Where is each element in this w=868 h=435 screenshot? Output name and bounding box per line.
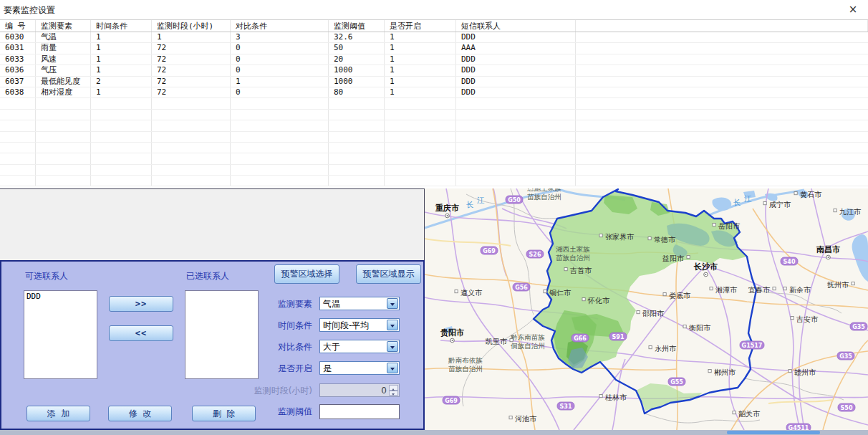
column-header: 短信联系人 <box>456 20 576 32</box>
city-label: 张家界市 <box>599 233 635 241</box>
table-row[interactable] <box>0 165 868 176</box>
svg-text:河池市: 河池市 <box>515 415 537 423</box>
table-row[interactable] <box>0 176 868 186</box>
delete-button[interactable]: 删 除 <box>192 406 256 421</box>
period-spinner[interactable]: 0 <box>319 383 400 397</box>
table-cell <box>329 120 385 130</box>
table-cell: 1 <box>231 77 329 87</box>
warning-area-select-button[interactable]: 预警区域选择 <box>274 264 339 284</box>
chevron-down-icon[interactable] <box>387 341 398 352</box>
svg-text:郴州市: 郴州市 <box>714 368 736 376</box>
table-row[interactable] <box>0 143 868 153</box>
close-icon[interactable]: × <box>845 2 861 16</box>
table-cell <box>576 176 868 186</box>
table-cell: 相对湿度 <box>36 87 91 97</box>
modify-button[interactable]: 修 改 <box>108 406 172 421</box>
table-row[interactable]: 6038相对湿度1720801DDD <box>0 87 868 98</box>
table-cell <box>231 120 329 130</box>
svg-text:凯里市: 凯里市 <box>486 338 508 345</box>
table-cell: 气温 <box>36 32 91 42</box>
table-cell: 2 <box>91 77 152 87</box>
table-row[interactable] <box>0 120 868 131</box>
spin-up-icon[interactable] <box>389 385 398 391</box>
table-cell: 1 <box>91 43 152 53</box>
table-cell: 1 <box>91 32 152 42</box>
table-cell <box>576 153 868 163</box>
enabled-combobox[interactable]: 是 <box>319 361 400 375</box>
svg-text:苗族自治州: 苗族自治州 <box>527 193 561 201</box>
chevron-down-icon[interactable] <box>387 320 398 330</box>
move-left-button[interactable]: << <box>109 325 173 341</box>
road-badge: G35 <box>850 322 867 330</box>
spinner-arrows[interactable] <box>389 385 398 396</box>
svg-text:邵阳市: 邵阳市 <box>642 310 665 317</box>
svg-text:S40: S40 <box>783 259 796 265</box>
table-cell: 1 <box>385 77 456 87</box>
table-row[interactable]: 6033风速1720201DDD <box>0 54 868 65</box>
svg-text:G50: G50 <box>508 197 521 204</box>
road-badge: S40 <box>781 257 798 265</box>
table-cell <box>0 143 36 153</box>
area-label: 恩施土家族苗族自治州 <box>526 188 561 201</box>
table-row[interactable] <box>0 98 868 109</box>
chevron-down-icon[interactable] <box>387 363 398 373</box>
table-row[interactable]: 6030气温11332.61DDD <box>0 32 868 43</box>
table-cell: 1 <box>385 32 456 42</box>
table-row[interactable] <box>0 132 868 143</box>
river-label: 江 <box>477 196 485 204</box>
table-cell: DDD <box>456 54 576 64</box>
move-right-button[interactable]: >> <box>109 296 173 312</box>
column-header: 时间条件 <box>91 20 152 32</box>
svg-text:赣州市: 赣州市 <box>794 368 816 376</box>
warning-area-display-button[interactable]: 预警区域显示 <box>356 264 421 284</box>
list-item[interactable]: DDD <box>24 291 97 302</box>
table-cell <box>231 176 329 186</box>
road-badge: G55 <box>668 378 685 386</box>
table-cell: 80 <box>329 87 385 97</box>
available-contacts-list[interactable]: DDD <box>24 290 97 379</box>
compare-condition-combobox[interactable]: 大于 <box>319 340 400 353</box>
time-condition-value: 时间段-平均 <box>323 320 369 331</box>
city-label: 重庆市 <box>435 204 459 218</box>
svg-text:G4511: G4511 <box>789 425 809 431</box>
threshold-input[interactable] <box>319 404 400 419</box>
svg-text:贵阳市: 贵阳市 <box>440 328 464 338</box>
city-label: 新余市 <box>783 286 811 294</box>
table-cell: 1 <box>385 43 456 53</box>
add-button[interactable]: 添 加 <box>26 406 90 421</box>
table-row[interactable]: 6031雨量1720501AAA <box>0 43 868 54</box>
element-monitor-window: { "window": { "title": "要素监控设置", "close_… <box>0 0 868 435</box>
table-row[interactable] <box>0 153 868 164</box>
svg-text:G55: G55 <box>670 379 683 386</box>
table-row[interactable]: 6036气压172010001DDD <box>0 65 868 76</box>
table-cell: 气压 <box>36 65 91 75</box>
compare-condition-value: 大于 <box>323 341 340 353</box>
time-condition-combobox[interactable]: 时间段-平均 <box>319 318 400 332</box>
table-cell <box>91 165 152 175</box>
table-cell: 1 <box>385 65 456 75</box>
element-label: 监测要素 <box>205 298 312 310</box>
chevron-down-icon[interactable] <box>387 298 398 309</box>
table-row[interactable]: 6037最低能见度272110001DDD <box>0 77 868 87</box>
table-row[interactable] <box>0 110 868 120</box>
table-cell: AAA <box>456 43 576 53</box>
map-panel[interactable]: G50G69S26G56G69S31G66S91S40G55G1517G35G3… <box>425 188 868 430</box>
table-cell <box>385 120 456 130</box>
spin-down-icon[interactable] <box>389 391 398 396</box>
table-cell: 0 <box>231 65 329 75</box>
table-cell: 50 <box>329 43 385 53</box>
svg-text:岳阳市: 岳阳市 <box>718 222 741 230</box>
table-cell <box>456 98 576 108</box>
road <box>766 188 800 430</box>
table-cell <box>152 153 231 163</box>
table-cell <box>91 132 152 142</box>
table-cell <box>152 98 231 108</box>
road-badge: S31 <box>557 402 574 410</box>
enabled-value: 是 <box>323 363 332 374</box>
table-cell <box>0 176 36 186</box>
city-label: 凯里市 <box>486 338 513 345</box>
horizontal-scrollbar[interactable] <box>0 430 868 435</box>
scrollbar-thumb[interactable] <box>727 431 820 434</box>
city-label: 遵义市 <box>455 289 483 297</box>
element-combobox[interactable]: 气温 <box>319 297 400 310</box>
